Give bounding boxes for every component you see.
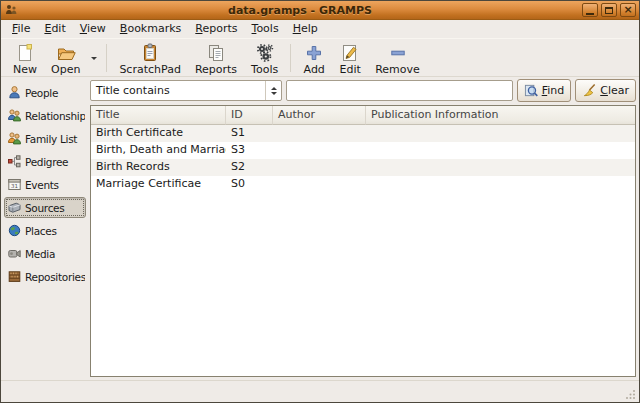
table-row[interactable]: Birth, Death and Marriage R...S3 (91, 142, 635, 159)
menu-item-tools[interactable]: Tools (245, 21, 286, 37)
cell-author (273, 176, 366, 193)
close-icon: × (623, 4, 632, 16)
media-icon (7, 246, 22, 261)
reports-button[interactable]: Reports (188, 41, 244, 75)
cell-id: S2 (226, 159, 273, 176)
book-icon (7, 200, 22, 215)
clear-broom-icon (582, 83, 597, 98)
cell-title: Birth, Death and Marriage R... (91, 142, 226, 159)
cell-publication (366, 176, 635, 193)
titlebar[interactable]: data.gramps - GRAMPS × (1, 1, 639, 20)
search-input[interactable] (286, 80, 513, 101)
table-row[interactable]: Birth CertificateS1 (91, 125, 635, 142)
edit-label: Edit (340, 64, 361, 76)
remove-label: Remove (375, 64, 420, 76)
clear-button[interactable]: Clear (575, 79, 636, 102)
cell-id: S0 (226, 176, 273, 193)
window-title: data.gramps - GRAMPS (21, 4, 579, 17)
remove-minus-icon (387, 42, 409, 64)
globe-icon (7, 223, 22, 238)
sidebar-item-label: Relationships (25, 110, 86, 122)
gramps-app-icon (4, 3, 18, 17)
add-label: Add (304, 64, 325, 76)
cell-publication (366, 159, 635, 176)
edit-button[interactable]: Edit (332, 41, 368, 75)
toolbar: NewOpenScratchPadReportsToolsAddEditRemo… (1, 38, 639, 77)
cell-author (273, 142, 366, 159)
new-label: New (13, 64, 37, 76)
column-header-publication-information[interactable]: Publication Information (366, 106, 635, 125)
sources-table: TitleIDAuthorPublication Information Bir… (90, 105, 636, 377)
tools-gears-icon (254, 42, 276, 64)
toolbar-separator (106, 44, 107, 72)
sidebar-item-label: Family List (25, 133, 77, 145)
repository-icon (7, 269, 22, 284)
table-header: TitleIDAuthorPublication Information (91, 106, 635, 125)
table-body: Birth CertificateS1Birth, Death and Marr… (91, 125, 635, 376)
reports-documents-icon (205, 42, 227, 64)
sidebar-item-places[interactable]: Places (4, 220, 86, 241)
menu-item-help[interactable]: Help (286, 21, 325, 37)
add-plus-icon (303, 42, 325, 64)
content-pane: Title contains Find Clear TitleIDAuthorP… (89, 77, 639, 380)
filter-field-value: Title contains (91, 84, 265, 97)
open-button[interactable]: Open (44, 41, 87, 75)
column-header-id[interactable]: ID (226, 106, 273, 125)
add-button[interactable]: Add (296, 41, 332, 75)
sidebar-item-pedigree[interactable]: Pedigree (4, 151, 86, 172)
scratchpad-button[interactable]: ScratchPad (112, 41, 188, 75)
cell-publication (366, 142, 635, 159)
filter-field-select[interactable]: Title contains (90, 80, 282, 101)
gramps-window: data.gramps - GRAMPS × FileEditViewBookm… (0, 0, 640, 403)
edit-pencil-icon (339, 42, 361, 64)
tools-label: Tools (251, 64, 278, 76)
scratchpad-clipboard-icon (139, 42, 161, 64)
open-label: Open (51, 64, 80, 76)
column-header-author[interactable]: Author (273, 106, 366, 125)
cell-title: Marriage Certificae (91, 176, 226, 193)
tools-button[interactable]: Tools (244, 41, 285, 75)
open-folder-icon (55, 42, 77, 64)
relationships-icon (7, 108, 22, 123)
menu-item-edit[interactable]: Edit (37, 21, 72, 37)
maximize-icon (605, 7, 613, 14)
main-area: PeopleRelationshipsFamily ListPedigreeEv… (1, 77, 639, 380)
window-controls: × (582, 3, 636, 17)
sidebar-item-sources[interactable]: Sources (4, 197, 86, 218)
menu-item-reports[interactable]: Reports (188, 21, 244, 37)
cell-id: S1 (226, 125, 273, 142)
close-button[interactable]: × (620, 3, 636, 17)
person-icon (7, 85, 22, 100)
maximize-button[interactable] (601, 3, 617, 17)
table-row[interactable]: Birth RecordsS2 (91, 159, 635, 176)
cell-title: Birth Records (91, 159, 226, 176)
sidebar-item-family-list[interactable]: Family List (4, 128, 86, 149)
sidebar-item-label: Places (25, 225, 57, 237)
family-icon (7, 131, 22, 146)
sidebar-item-repositories[interactable]: Repositories (4, 266, 86, 287)
open-dropdown-arrow[interactable] (87, 41, 101, 75)
table-row[interactable]: Marriage CertificaeS0 (91, 176, 635, 193)
resize-grip-icon[interactable] (624, 387, 637, 400)
statusbar (1, 380, 639, 402)
sidebar-item-events[interactable]: Events (4, 174, 86, 195)
sidebar-item-label: Events (25, 179, 59, 191)
find-button[interactable]: Find (517, 79, 572, 102)
menu-item-view[interactable]: View (73, 21, 113, 37)
minimize-button[interactable] (582, 3, 598, 17)
toolbar-separator (290, 44, 291, 72)
column-header-title[interactable]: Title (91, 106, 226, 125)
sidebar-item-people[interactable]: People (4, 82, 86, 103)
menu-item-file[interactable]: File (5, 21, 37, 37)
new-button[interactable]: New (6, 41, 44, 75)
scratchpad-label: ScratchPad (119, 64, 181, 76)
sidebar-item-relationships[interactable]: Relationships (4, 105, 86, 126)
menubar: FileEditViewBookmarksReportsToolsHelp (1, 20, 639, 38)
remove-button[interactable]: Remove (368, 41, 427, 75)
menu-item-bookmarks[interactable]: Bookmarks (113, 21, 188, 37)
sidebar-item-media[interactable]: Media (4, 243, 86, 264)
cell-author (273, 125, 366, 142)
sidebar-item-label: People (25, 87, 58, 99)
chevron-down-icon (91, 57, 97, 63)
find-magnifier-icon (524, 83, 539, 98)
